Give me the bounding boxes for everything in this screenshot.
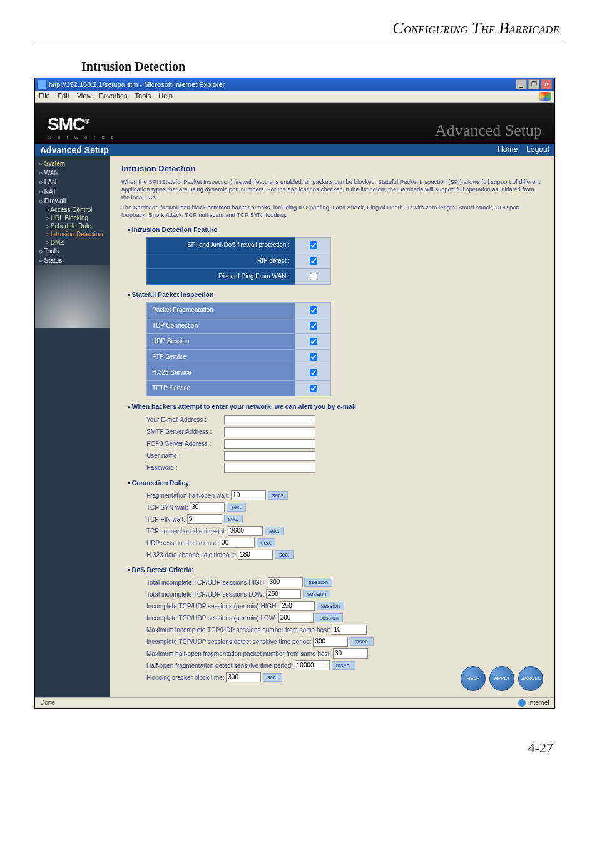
- email-field-label: SMTP Server Address :: [146, 428, 222, 435]
- subheader-label: Advanced Setup: [40, 145, 109, 155]
- spi-label: UDP Session: [147, 333, 295, 349]
- window-title: http://192.168.2.1/setupa.stm - Microsof…: [49, 81, 225, 88]
- feat-checkbox[interactable]: [310, 241, 317, 249]
- home-link[interactable]: Home: [498, 145, 518, 155]
- conn-input[interactable]: [231, 490, 266, 500]
- app-header: SMC® N e t w o r k s Advanced Setup: [35, 103, 554, 144]
- spi-label: H.323 Service: [147, 365, 295, 380]
- unit-label: sec.: [257, 538, 276, 547]
- dos-input[interactable]: [332, 625, 367, 635]
- spi-checkbox[interactable]: [310, 369, 317, 376]
- sidebar-decoration: [35, 265, 110, 328]
- dos-input[interactable]: [278, 613, 314, 623]
- sidebar-item-wan[interactable]: ○ WAN: [35, 168, 110, 178]
- menu-tools[interactable]: Tools: [135, 92, 151, 101]
- spi-checkbox[interactable]: [310, 385, 317, 392]
- content-panel: Intrusion Detection When the SPI (Statef…: [110, 156, 554, 697]
- unit-label: sec.: [275, 550, 294, 559]
- help-button[interactable]: HELP: [461, 666, 486, 691]
- dos-input[interactable]: [226, 672, 261, 682]
- dos-input[interactable]: [295, 660, 330, 670]
- conn-input[interactable]: [220, 538, 255, 548]
- spi-label: FTP Service: [147, 349, 295, 365]
- email-field-input[interactable]: [224, 439, 315, 449]
- sidebar-item-intrusion-detection[interactable]: ○ Intrusion Detection: [35, 230, 110, 238]
- dos-input[interactable]: [280, 601, 315, 611]
- dos-label: Maximum incomplete TCP/UDP sessions numb…: [146, 626, 332, 633]
- conn-input[interactable]: [190, 502, 225, 512]
- app-body: ○ System○ WAN○ LAN○ NAT○ Firewall○ Acces…: [35, 156, 554, 697]
- email-field-input[interactable]: [224, 451, 315, 461]
- status-bar: Done Internet: [35, 697, 554, 708]
- sidebar-item-url-blocking[interactable]: ○ URL Blocking: [35, 214, 110, 222]
- intrusion-feature-table: SPI and Anti-DoS firewall protection :RI…: [146, 237, 331, 285]
- window-titlebar: http://192.168.2.1/setupa.stm - Microsof…: [35, 78, 554, 91]
- logout-link[interactable]: Logout: [526, 145, 549, 155]
- header-rule: [34, 44, 563, 44]
- intro-paragraph-1: When the SPI (Stateful Packet Inspection…: [121, 178, 543, 201]
- sidebar-item-access-control[interactable]: ○ Access Control: [35, 206, 110, 214]
- menu-edit[interactable]: Edit: [58, 92, 69, 101]
- conn-label: Fragmentation half-open wait:: [146, 492, 231, 498]
- apply-button[interactable]: APPLY: [489, 666, 514, 691]
- spi-checkbox[interactable]: [310, 338, 317, 345]
- page-number: 4-27: [0, 709, 597, 775]
- spi-table: Packet FragmentationTCP ConnectionUDP Se…: [146, 302, 331, 396]
- cancel-button[interactable]: CANCEL: [518, 666, 543, 691]
- spi-label: TFTP Service: [147, 380, 295, 396]
- internet-zone-label: Internet: [528, 699, 549, 706]
- conn-input[interactable]: [238, 550, 273, 560]
- unit-label: sec.: [265, 527, 284, 535]
- conn-label: TCP FIN wait:: [146, 515, 187, 522]
- bullet-spi: • Stateful Packet Inspection: [128, 291, 543, 298]
- brand-text: SMC: [48, 114, 84, 134]
- unit-label: sec.: [263, 673, 282, 682]
- feat-checkbox[interactable]: [310, 257, 317, 265]
- menubar: File Edit View Favorites Tools Help: [35, 91, 554, 103]
- email-field-input[interactable]: [224, 427, 315, 437]
- bullet-connection-policy: • Connection Policy: [128, 479, 543, 487]
- email-field-input[interactable]: [224, 415, 315, 425]
- unit-label: sec.: [227, 503, 246, 512]
- menu-favorites[interactable]: Favorites: [99, 92, 127, 101]
- sidebar-item-schedule-rule[interactable]: ○ Schedule Rule: [35, 222, 110, 230]
- sidebar-item-tools[interactable]: ○ Tools: [35, 246, 110, 256]
- conn-input[interactable]: [187, 514, 222, 524]
- dos-label: Incomplete TCP/UDP sessions (per min) HI…: [146, 602, 280, 609]
- conn-input[interactable]: [228, 526, 263, 536]
- minimize-button[interactable]: _: [516, 79, 527, 89]
- sidebar-item-firewall[interactable]: ○ Firewall: [35, 196, 110, 206]
- spi-checkbox[interactable]: [310, 353, 317, 361]
- dos-input[interactable]: [266, 589, 301, 599]
- unit-label: msec.: [350, 637, 374, 646]
- dos-input[interactable]: [313, 637, 348, 647]
- menu-help[interactable]: Help: [158, 92, 173, 101]
- dos-input[interactable]: [333, 648, 368, 659]
- sidebar-item-status[interactable]: ○ Status: [35, 256, 110, 265]
- sidebar-item-lan[interactable]: ○ LAN: [35, 178, 110, 187]
- email-field-label: User name :: [146, 452, 222, 459]
- browser-window: http://192.168.2.1/setupa.stm - Microsof…: [34, 78, 555, 709]
- dos-label: Incomplete TCP/UDP sessions (per min) LO…: [146, 614, 278, 621]
- spi-checkbox[interactable]: [310, 322, 317, 330]
- conn-label: H.323 data channel idle timeout:: [146, 551, 238, 558]
- email-field-label: Password :: [146, 464, 222, 471]
- feat-checkbox[interactable]: [310, 273, 317, 280]
- close-button[interactable]: ✕: [541, 79, 552, 89]
- maximize-button[interactable]: ❐: [528, 79, 539, 89]
- sidebar-item-dmz[interactable]: ○ DMZ: [35, 238, 110, 246]
- bullet-intrusion-feature: • Intrusion Detection Feature: [128, 226, 543, 233]
- email-field-label: POP3 Server Address :: [146, 440, 222, 447]
- sidebar-item-nat[interactable]: ○ NAT: [35, 187, 110, 196]
- spi-checkbox[interactable]: [310, 306, 317, 314]
- window-controls: _ ❐ ✕: [516, 79, 552, 89]
- dos-label: Flooding cracker block time:: [146, 674, 226, 680]
- sidebar-item-system[interactable]: ○ System: [35, 159, 110, 168]
- email-field-input[interactable]: [224, 463, 315, 473]
- internet-zone-icon: [518, 699, 526, 707]
- bullet-dos-criteria: • DoS Detect Criteria:: [128, 566, 543, 573]
- dos-input[interactable]: [268, 577, 303, 587]
- menu-view[interactable]: View: [77, 92, 92, 101]
- menu-file[interactable]: File: [39, 92, 50, 101]
- sidebar: ○ System○ WAN○ LAN○ NAT○ Firewall○ Acces…: [35, 156, 110, 697]
